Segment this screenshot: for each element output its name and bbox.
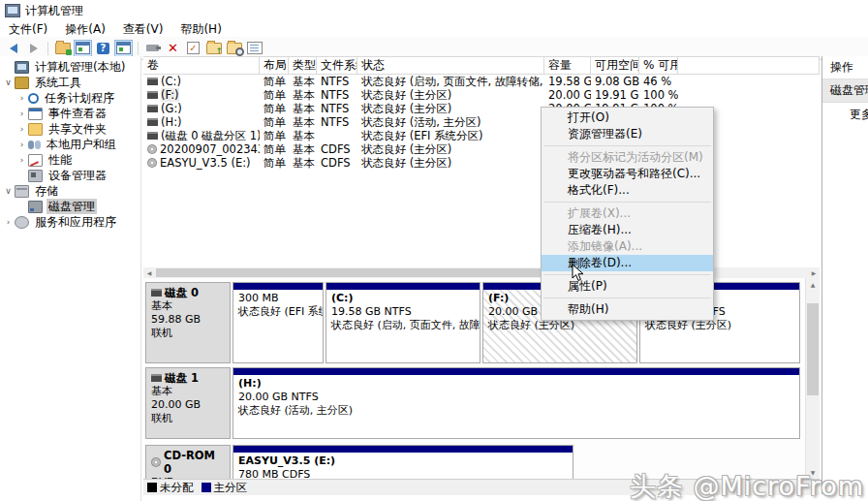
title-bar: 计算机管理: [0, 0, 868, 21]
cdrom-0-label[interactable]: CD-ROM 0 DVD 780 MB: [145, 445, 231, 479]
menu-item-format[interactable]: 格式化(F)...: [542, 182, 713, 199]
actions-section-disk-management[interactable]: 磁盘管理: [822, 79, 868, 103]
chevron-right-icon[interactable]: ›: [16, 109, 27, 118]
menu-help[interactable]: 帮助(H): [171, 21, 230, 37]
volume-icon: [147, 105, 158, 112]
table-row[interactable]: (磁盘 0 磁盘分区 1) 简单基本 状态良好 (EFI 系统分区): [143, 129, 820, 142]
col-filesystem[interactable]: 文件系统: [317, 57, 357, 74]
menu-item-shrink-volume[interactable]: 压缩卷(H)...: [542, 222, 713, 238]
back-icon[interactable]: [4, 40, 22, 57]
tree-item-storage[interactable]: ∨ 存储: [0, 183, 140, 199]
table-row[interactable]: EASYU_V3.5 (E:) 简单基本 CDFS状态良好 (主分区): [143, 156, 820, 170]
partition-h[interactable]: (H:)20.00 GB NTFS状态良好 (活动, 主分区): [232, 367, 800, 439]
partition-c[interactable]: (C:)19.58 GB NTFS状态良好 (启动, 页面文件, 故障转储, 主…: [326, 282, 480, 363]
cd-icon: [151, 457, 161, 467]
disk-0-label[interactable]: 磁盘 0 基本 59.88 GB 联机: [145, 282, 231, 363]
col-free[interactable]: 可用空间: [591, 57, 639, 74]
table-row[interactable]: (H:) 简单基本 NTFS状态良好 (活动, 主分区): [143, 115, 820, 129]
console-tree-icon[interactable]: [74, 40, 92, 57]
menu-view[interactable]: 查看(V): [114, 21, 172, 37]
table-row-selected[interactable]: (F:) 简单基本 NTFS状态良好 (主分区) 20.00 GB19.91 G…: [143, 88, 820, 102]
volume-icon: [147, 132, 158, 140]
export-icon[interactable]: ↑: [204, 40, 223, 57]
scroll-up-icon[interactable]: ▲: [806, 278, 820, 291]
menu-item-mark-active: 将分区标记为活动分区(M): [542, 149, 713, 166]
forward-icon[interactable]: [24, 40, 43, 57]
cd-icon: [147, 144, 157, 154]
tree-item-computer-management[interactable]: 计算机管理(本地): [0, 59, 140, 75]
event-viewer-icon: [28, 108, 43, 120]
chevron-right-icon[interactable]: ›: [16, 124, 27, 134]
folder-icon[interactable]: [53, 40, 72, 57]
chevron-down-icon[interactable]: ∨: [3, 78, 14, 87]
menu-item-change-drive-letter[interactable]: 更改驱动器号和路径(C)...: [542, 166, 713, 182]
table-row[interactable]: 20200907_002343 (D:) 简单基本 CDFS状态良好 (主分区): [143, 142, 820, 156]
col-type[interactable]: 类型: [289, 57, 317, 74]
help-icon[interactable]: ?: [94, 40, 112, 57]
col-volume[interactable]: 卷: [143, 57, 260, 74]
computer-management-window: 计算机管理 文件(F) 操作(A) 查看(V) 帮助(H) ? ✕ ✓ ↑ 计算…: [0, 0, 868, 501]
chevron-down-icon[interactable]: ∨: [3, 186, 14, 196]
tree-item-performance[interactable]: › 性能: [0, 152, 140, 168]
disk-1-row: 磁盘 1 基本 20.00 GB 联机 (H:)20.00 GB NTFS状态良…: [145, 367, 800, 439]
volume-icon: [147, 78, 158, 85]
search-icon[interactable]: [225, 40, 243, 57]
menu-item-properties[interactable]: 属性(P): [542, 278, 713, 295]
more-actions-link[interactable]: 更多操作: [822, 103, 868, 127]
chevron-right-icon[interactable]: ›: [16, 93, 27, 103]
table-row[interactable]: (C:) 简单基本 NTFS状态良好 (启动, 页面文件, 故障转储, 主分区)…: [143, 75, 820, 88]
tree-item-shared-folders[interactable]: › 共享文件夹: [0, 121, 140, 137]
delete-icon[interactable]: ✕: [164, 40, 182, 57]
tools-icon: [15, 77, 29, 89]
cd-icon: [147, 158, 157, 168]
actions-panel: 操作 磁盘管理 更多操作: [822, 56, 868, 494]
panes-icon[interactable]: [114, 40, 133, 57]
horizontal-scrollbar[interactable]: ◀ ▶: [143, 267, 820, 278]
menu-item-open[interactable]: 打开(O): [542, 110, 713, 126]
col-layout[interactable]: 布局: [260, 57, 289, 74]
users-icon: [28, 140, 41, 150]
disk-graphic-pane: 磁盘 0 基本 59.88 GB 联机 300 MB状态良好 (EFI 系统分区…: [143, 278, 820, 479]
device-icon[interactable]: [143, 40, 162, 57]
scroll-left-icon[interactable]: ◀: [143, 267, 155, 278]
partition-efi[interactable]: 300 MB状态良好 (EFI 系统分区): [232, 282, 324, 363]
tree-item-device-manager[interactable]: 设备管理器: [0, 168, 140, 183]
mouse-cursor: [572, 264, 584, 285]
menu-file[interactable]: 文件(F): [0, 21, 56, 37]
chevron-right-icon[interactable]: ›: [16, 155, 27, 165]
toolbar-separator: [138, 42, 139, 55]
menu-item-add-mirror: 添加镜像(A)...: [542, 238, 713, 255]
menu-separator: [543, 145, 711, 146]
menu-action[interactable]: 操作(A): [56, 21, 114, 37]
partition-e[interactable]: EASYU_V3.5 (E:)780 MB CDFS: [232, 445, 574, 479]
tree-item-event-viewer[interactable]: › 事件查看器: [0, 106, 140, 121]
toolbar-separator: [47, 42, 48, 55]
table-row[interactable]: (G:) 简单基本 NTFS状态良好 (主分区) 20.00 GB19.91 G…: [143, 102, 820, 115]
vertical-scrollbar[interactable]: ▲ ▼: [805, 278, 820, 479]
tree-item-services-applications[interactable]: › 服务和应用程序: [0, 214, 140, 230]
disk-icon: [151, 289, 162, 297]
scrollbar-thumb[interactable]: [807, 303, 819, 395]
col-capacity[interactable]: 容量: [544, 57, 591, 74]
menu-item-help[interactable]: 帮助(H): [542, 301, 713, 318]
properties-check-icon[interactable]: ✓: [184, 40, 202, 57]
disk-1-label[interactable]: 磁盘 1 基本 20.00 GB 联机: [145, 367, 231, 439]
tree-item-disk-management[interactable]: 磁盘管理: [0, 199, 140, 214]
tree-item-task-scheduler[interactable]: › 任务计划程序: [0, 90, 140, 106]
chevron-right-icon[interactable]: ›: [3, 217, 14, 227]
partition-color-bar: [233, 368, 799, 375]
col-pctfree[interactable]: % 可用: [639, 57, 678, 74]
tree-item-local-users-groups[interactable]: › 本地用户和组: [0, 137, 140, 152]
menu-item-extend-volume: 扩展卷(X)...: [542, 205, 713, 222]
tree-item-system-tools[interactable]: ∨ 系统工具: [0, 75, 140, 90]
menu-item-delete-volume[interactable]: 删除卷(D)...: [542, 255, 713, 271]
col-status[interactable]: 状态: [357, 57, 544, 74]
legend-unallocated: 未分配: [147, 481, 194, 495]
storage-icon: [15, 185, 29, 198]
details-icon[interactable]: [245, 40, 264, 57]
col-empty: [678, 57, 820, 74]
chevron-right-icon[interactable]: ›: [16, 140, 27, 149]
menu-item-explore[interactable]: 资源管理器(E): [542, 126, 713, 142]
scroll-right-icon[interactable]: ▶: [808, 267, 820, 278]
actions-title: 操作: [822, 56, 868, 79]
